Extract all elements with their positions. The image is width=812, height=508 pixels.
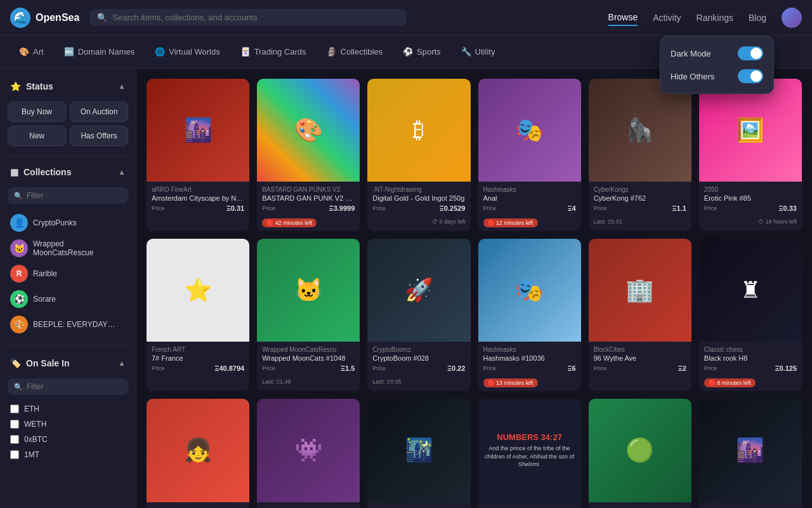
nft-card-cryptoboom[interactable]: 🚀 CryptoBoomz CryptoBoom #028 Price Ξ0.2…: [367, 239, 470, 391]
currency-0xbtc: 0xBTC: [8, 432, 128, 447]
rarible-avatar: R: [10, 265, 28, 283]
nft-image-erotic-pink: 🖼️: [699, 79, 802, 182]
nft-card-french-art[interactable]: ⭐ French ART 7# France Price Ξ40.8794: [147, 239, 249, 391]
nft-emoji-wrapped-mooncats-1048: 🐱: [294, 277, 323, 304]
timer-badge: 🔴 12 minutes left: [483, 218, 538, 227]
on-sale-filter-input[interactable]: [27, 382, 122, 391]
0xbtc-checkbox[interactable]: [10, 435, 19, 444]
time-left: ⏱ 18 hours left: [758, 218, 797, 225]
timer-badge: 🔴 13 minutes left: [483, 378, 538, 387]
nft-card-purple-char[interactable]: 👾 Purple Character: [257, 399, 360, 508]
dark-mode-toggle[interactable]: [738, 46, 763, 60]
new-button[interactable]: New: [8, 126, 66, 146]
nft-name-96-wythe: 96 Wythe Ave: [594, 354, 686, 362]
nav-blog[interactable]: Blog: [749, 13, 766, 23]
cat-tab-virtual[interactable]: 🌐 Virtual Worlds: [146, 43, 228, 60]
nft-card-green-pixel[interactable]: 🟢 Green Pixel Art: [589, 399, 691, 508]
last-price: Last: Ξ0.01: [594, 218, 622, 225]
cat-tab-domain[interactable]: 🔤 Domain Names: [55, 43, 144, 60]
nft-image-numbers-3427: NUMBERS 34:27 And the prince of the trib…: [478, 399, 581, 502]
cat-tab-sports[interactable]: ⚽ Sports: [394, 43, 450, 60]
nft-info-cryptoboom: CryptoBoomz CryptoBoom #028 Price Ξ0.22: [367, 342, 470, 375]
buy-now-button[interactable]: Buy Now: [8, 102, 66, 122]
price-value-cryptoboom: Ξ0.22: [447, 364, 466, 372]
nft-card-hashmasks-10036[interactable]: 🎭 Hashmasks Hashmasks #10036 Price Ξ6 🔴 …: [478, 239, 581, 391]
nft-card-dark-scene[interactable]: 🌃 Dark Scene: [367, 399, 470, 508]
nft-name-cyberkong: CyberKong #762: [594, 194, 686, 202]
nft-emoji-96-wythe: 🏢: [625, 277, 654, 304]
nav-activity[interactable]: Activity: [653, 13, 681, 23]
nft-card-96-wythe[interactable]: 🏢 BlockCities 96 Wythe Ave Price Ξ2: [589, 239, 691, 391]
collections-section-title: ▦ Collections: [10, 167, 71, 177]
nft-emoji-hashmasks-10036: 🎭: [515, 277, 544, 304]
price-label-anal: Price: [483, 205, 497, 211]
nft-info-cyber-city: Cyber City: [699, 502, 802, 508]
nft-card-numbers-3427[interactable]: NUMBERS 34:27 And the prince of the trib…: [478, 399, 581, 508]
has-offers-button[interactable]: Has Offers: [70, 126, 128, 146]
cat-tab-art[interactable]: 🎨 Art: [10, 43, 53, 60]
nft-card-anime-girl[interactable]: 👧 Anime Girl: [147, 399, 249, 508]
nft-collection-hashmasks-10036: Hashmasks: [483, 346, 576, 353]
nft-card-bastard-gan[interactable]: 🎨 BASTARD GAN PUNKS V2 BASTARD GAN PUNK …: [257, 79, 360, 231]
utility-icon: 🔧: [461, 47, 471, 57]
nft-info-purple-char: Purple Character: [257, 502, 360, 508]
hide-others-toggle[interactable]: [738, 69, 763, 83]
nft-info-amsterdam: aRRO FineArt Amsterdam Cityscape by Nigh…: [147, 182, 249, 215]
app-name: OpenSea: [36, 12, 79, 23]
status-section-title: ⭐ Status: [10, 81, 53, 91]
cat-tab-utility[interactable]: 🔧 Utility: [452, 43, 504, 60]
collection-item-mooncats[interactable]: 🐱 Wrapped MoonCatsRescue: [8, 236, 128, 261]
cat-utility-label: Utility: [475, 47, 495, 57]
mooncats-name: Wrapped MoonCatsRescue: [33, 239, 126, 257]
1mt-checkbox[interactable]: [10, 450, 19, 459]
nft-card-erotic-pink[interactable]: 🖼️ 2050 Erotic Pink #85 Price Ξ0.33 ⏱ 18…: [699, 79, 802, 231]
nft-collection-anal: Hashmasks: [483, 186, 576, 193]
sports-icon: ⚽: [403, 47, 413, 57]
nft-card-anal[interactable]: 🎭 Hashmasks Anal Price Ξ4 🔴 12 minutes l…: [478, 79, 581, 231]
search-bar: 🔍: [89, 9, 407, 26]
cat-sports-label: Sports: [417, 47, 441, 57]
0xbtc-label: 0xBTC: [24, 435, 48, 444]
sorare-name: Sorare: [33, 295, 56, 304]
collections-filter: 🔍: [8, 187, 128, 204]
nft-card-cyber-city[interactable]: 🌆 Cyber City: [699, 399, 802, 508]
nft-collection-cryptoboom: CryptoBoomz: [372, 346, 465, 353]
eth-checkbox[interactable]: [10, 404, 19, 413]
currency-weth: WETH: [8, 417, 128, 432]
nav-links: Browse Activity Rankings Blog: [608, 8, 802, 28]
on-auction-button[interactable]: On Auction: [70, 102, 128, 122]
nft-card-cyberkong[interactable]: 🦍 CyberKongz CyberKong #762 Price Ξ1.1 L…: [589, 79, 691, 231]
nft-collection-cyberkong: CyberKongz: [594, 186, 686, 193]
price-value-amsterdam: Ξ0.31: [226, 204, 245, 212]
nft-emoji-anime-girl: 👧: [184, 437, 213, 464]
collections-filter-input[interactable]: [27, 191, 122, 200]
collection-item-sorare[interactable]: ⚽ Sorare: [8, 286, 128, 312]
nft-info-dark-scene: Dark Scene: [367, 502, 470, 508]
price-value-french-art: Ξ40.8794: [214, 364, 244, 372]
weth-checkbox[interactable]: [10, 420, 19, 429]
on-sale-search-icon: 🔍: [14, 383, 23, 391]
collections-section-header: ▦ Collections ▲: [8, 162, 128, 182]
cat-tab-trading[interactable]: 🃏 Trading Cards: [232, 43, 315, 60]
on-sale-filter: 🔍: [8, 378, 128, 395]
price-value-erotic-pink: Ξ0.33: [779, 204, 797, 212]
nav-rankings[interactable]: Rankings: [697, 13, 733, 23]
nav-browse[interactable]: Browse: [608, 10, 638, 26]
nft-card-amsterdam[interactable]: 🌆 aRRO FineArt Amsterdam Cityscape by Ni…: [147, 79, 249, 231]
collection-item-cryptopunks[interactable]: 👤 CryptoPunks: [8, 210, 128, 236]
search-input[interactable]: [112, 13, 399, 22]
nft-card-wrapped-mooncats-1048[interactable]: 🐱 Wrapped MoonCatsRescu Wrapped MoonCats…: [257, 239, 360, 391]
collection-item-rarible[interactable]: R Rarible: [8, 261, 128, 286]
nft-card-digital-gold[interactable]: ₿ -NT-Nightdrawing Digital Gold - Gold I…: [367, 79, 470, 231]
nft-card-black-rook[interactable]: ♜ Classic chess Black rook H8 Price Ξ0.1…: [699, 239, 802, 391]
collection-item-beeple[interactable]: 🎨 BEEPLE: EVERYDAYS - THE 2...: [8, 312, 128, 337]
collections-chevron-icon: ▲: [118, 168, 126, 177]
logo[interactable]: 🌊 OpenSea: [10, 8, 79, 28]
nft-info-anal: Hashmasks Anal Price Ξ4: [478, 182, 581, 215]
nft-name-cryptoboom: CryptoBoom #028: [372, 354, 465, 362]
avatar[interactable]: [782, 8, 802, 28]
nft-image-cyberkong: 🦍: [589, 79, 691, 182]
nft-info-hashmasks-10036: Hashmasks Hashmasks #10036 Price Ξ6: [478, 342, 581, 375]
cat-tab-collectibles[interactable]: 🗿 Collectibles: [318, 43, 391, 60]
sidebar-divider-2: [8, 345, 128, 345]
